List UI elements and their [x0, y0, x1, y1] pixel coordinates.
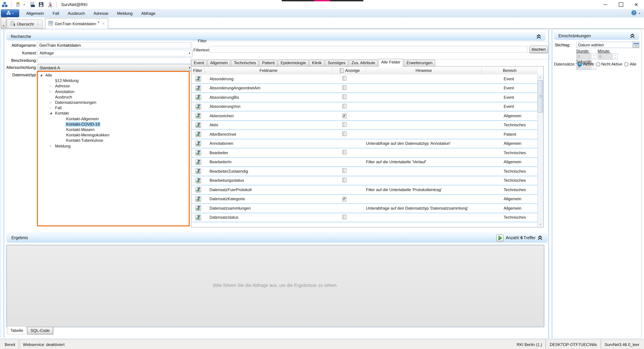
spin-up-icon[interactable]: ▲ — [592, 54, 596, 57]
filter-add-button[interactable] — [195, 122, 201, 128]
anzeige-checkbox[interactable] — [342, 132, 346, 136]
anzeige-checkbox[interactable] — [342, 85, 346, 90]
table-scrollbar[interactable]: ▲ ▼ — [537, 75, 543, 227]
kontext-select[interactable]: Abfrage ▼ — [38, 50, 193, 57]
tree-item-meldung[interactable]: ▷Meldung — [38, 143, 189, 149]
collapse-chevron-icon[interactable] — [630, 34, 635, 38]
filter-add-button[interactable] — [195, 132, 201, 137]
tree-item-annotation[interactable]: ▷Annotation — [38, 89, 189, 94]
tree-item-kontakt-tuberkulose[interactable]: Kontakt-Tuberkulose — [38, 138, 189, 143]
tree-expander-expanded-icon[interactable]: ◢ — [39, 74, 43, 77]
column-header-hinweise[interactable]: Hinweise — [366, 67, 482, 75]
filter-add-button[interactable] — [195, 104, 201, 110]
scroll-down-icon[interactable]: ▼ — [538, 222, 542, 227]
maximize-button[interactable] — [613, 0, 628, 9]
anzeige-checkbox[interactable] — [342, 215, 346, 219]
menu-item-allgemein[interactable]: Allgemein — [22, 9, 48, 18]
menu-item-ausbruch[interactable]: Ausbruch — [64, 9, 89, 18]
filter-add-button[interactable] — [195, 168, 201, 174]
filter-add-button[interactable] — [195, 141, 201, 146]
table-row-datensatzsammlungen[interactable]: DatensatzsammlungenUnterabfrage auf den … — [192, 204, 538, 213]
middle-splitter-rail[interactable] — [549, 29, 552, 339]
time-spinner[interactable]: 0▲▼ — [576, 53, 596, 60]
tree-expander-collapsed-icon[interactable]: ▷ — [49, 101, 53, 104]
filter-add-button[interactable] — [195, 187, 201, 193]
field-tab-zus-attribute[interactable]: Zus. Attribute — [349, 60, 378, 67]
field-tab-epidemiologie[interactable]: Epidemiologie — [278, 60, 309, 67]
table-row-annotationen[interactable]: AnnotationenUnterabfrage auf den Datensa… — [192, 139, 538, 148]
field-tab-klinik[interactable]: Klinik — [309, 60, 324, 67]
column-header-feldname[interactable]: Feldname — [205, 67, 332, 75]
field-tab-patient[interactable]: Patient — [260, 60, 277, 67]
table-row-absonderungvon[interactable]: AbsonderungVonEvent — [192, 102, 538, 112]
collapse-chevron-icon[interactable] — [536, 34, 541, 39]
tree-item-kontakt-allgemein[interactable]: Kontakt-Allgemein — [38, 116, 189, 121]
save-icon[interactable] — [38, 1, 45, 8]
anzeige-checkbox[interactable] — [342, 122, 346, 127]
field-tab-technisches[interactable]: Technisches — [231, 60, 259, 67]
abfragename-input[interactable] — [38, 42, 191, 48]
help-dropdown-caret[interactable]: ▼ — [639, 12, 641, 14]
tree-item-kontakt-meningokokken[interactable]: Kontakt-Meningokokken — [38, 132, 189, 138]
tree-item-alle[interactable]: ◢Alle — [38, 73, 189, 78]
collapse-chevron-icon[interactable] — [538, 235, 542, 240]
column-header-bereich[interactable]: Bereich — [482, 67, 538, 75]
radio-alle[interactable] — [624, 62, 629, 66]
table-row-absonderungbis[interactable]: AbsonderungBisEvent — [192, 93, 538, 102]
field-tab-alle-felder[interactable]: Alle Felder — [378, 59, 403, 67]
close-button[interactable]: ✕ — [628, 0, 644, 9]
spin-down-icon[interactable]: ▼ — [592, 57, 596, 59]
table-row-datensatzstatus[interactable]: DatensatzstatusTechnisches — [192, 213, 538, 222]
radio-nicht-aktive[interactable] — [596, 62, 600, 66]
anzeige-checkbox[interactable] — [342, 178, 346, 182]
table-row-absonderungangeordnetam[interactable]: AbsonderungAngeordnetAmEvent — [192, 84, 538, 93]
anzeige-select-all-checkbox[interactable] — [340, 68, 344, 73]
table-row-absonderung[interactable]: AbsonderungEvent — [192, 75, 538, 84]
anzeige-checkbox[interactable] — [342, 168, 346, 173]
menu-item-adresse[interactable]: Adresse — [89, 9, 113, 18]
spin-up-icon[interactable]: ▲ — [613, 54, 618, 57]
tree-item-12-meldung[interactable]: §12-Meldung — [38, 78, 189, 83]
table-row-aktenzeichen[interactable]: AktenzeichenAllgemein — [192, 112, 538, 121]
tree-expander-collapsed-icon[interactable]: ▷ — [49, 90, 53, 93]
filtertext-input[interactable] — [210, 46, 528, 53]
radio-aktive[interactable] — [578, 62, 582, 66]
filter-add-button[interactable] — [195, 196, 201, 202]
table-row-bearbeitungsstatus[interactable]: BearbeitungsstatusTechnisches — [192, 176, 538, 185]
filter-add-button[interactable] — [195, 85, 201, 91]
filter-add-button[interactable] — [195, 113, 201, 119]
import-user-icon[interactable] — [47, 1, 54, 8]
run-query-button[interactable] — [496, 234, 504, 241]
tree-item-ausbruch[interactable]: Ausbruch — [38, 94, 189, 100]
scroll-up-icon[interactable]: ▲ — [538, 75, 542, 80]
package-icon[interactable]: x — [14, 1, 21, 8]
menu-item-meldung[interactable]: Meldung — [113, 9, 137, 18]
spin-down-icon[interactable]: ▼ — [613, 57, 618, 59]
tab-close-icon[interactable]: ✕ — [102, 22, 105, 26]
document-tab-bersicht[interactable]: ΣÜbersicht✕ — [7, 20, 43, 29]
tree-expander-collapsed-icon[interactable]: ▷ — [49, 106, 53, 109]
filter-add-button[interactable] — [195, 159, 201, 165]
package-dropdown-caret[interactable]: ▼ — [23, 4, 25, 6]
table-row-bearbeiter[interactable]: BearbeiterTechnisches — [192, 148, 538, 158]
stichtag-date-input[interactable]: Datum wählen — [576, 42, 633, 48]
table-row-bearbeiterzustaendig[interactable]: BearbeiterZustaendigTechnisches — [192, 167, 538, 176]
filter-add-button[interactable] — [195, 205, 201, 211]
filter-clear-button[interactable]: löschen — [529, 46, 548, 53]
table-row-datensatzkategorie[interactable]: DatensatzKategorieAllgemein — [192, 195, 538, 204]
filter-add-button[interactable] — [195, 76, 201, 82]
column-header-anzeige[interactable]: Anzeige — [332, 67, 366, 75]
search-server-icon[interactable] — [29, 1, 36, 8]
anzeige-checkbox[interactable] — [342, 114, 346, 118]
tree-item-adresse[interactable]: ▷Adresse — [38, 84, 189, 89]
left-splitter-rail[interactable] — [1, 29, 4, 339]
menu-item-abfrage[interactable]: Abfrage — [137, 9, 160, 18]
filter-add-button[interactable] — [195, 178, 201, 183]
anzeige-checkbox[interactable] — [342, 95, 346, 99]
tree-item-datensatzsammlungen[interactable]: ▷Datensatzsammlungen — [38, 100, 189, 105]
document-tab-gentrain-kontaktdaten[interactable]: GenTrain Kontaktdaten*✕ — [45, 18, 108, 29]
tree-item-kontakt-masern[interactable]: Kontakt-Masern — [38, 127, 189, 132]
filter-add-button[interactable] — [195, 215, 201, 220]
filter-add-button[interactable] — [195, 95, 201, 100]
table-row-alterberechnet[interactable]: AlterBerechnetPatient — [192, 130, 538, 139]
